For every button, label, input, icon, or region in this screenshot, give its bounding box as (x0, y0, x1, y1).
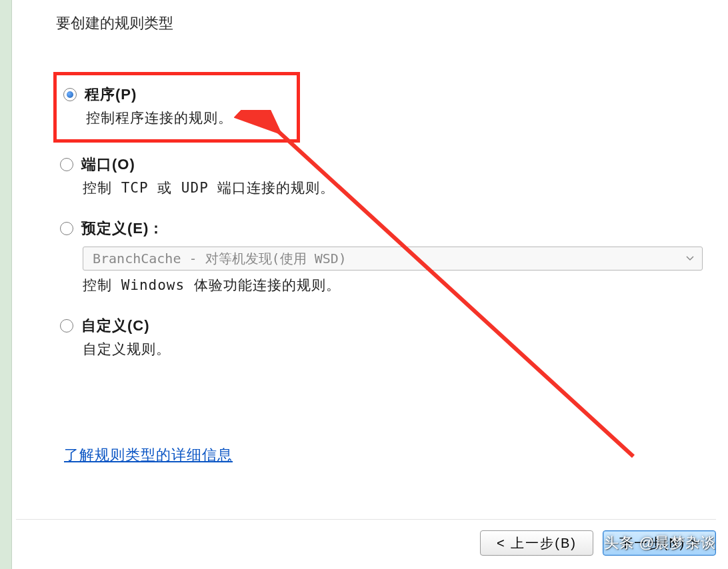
next-button[interactable]: 下一步(N) > (603, 530, 716, 556)
chevron-down-icon (685, 253, 695, 264)
radio-program[interactable] (63, 88, 77, 101)
wizard-content: 要创建的规则类型 程序(P) 控制程序连接的规则。 端口(O) 控制 TCP 或… (53, 13, 715, 374)
option-program-desc: 控制程序连接的规则。 (86, 109, 290, 127)
wizard-button-bar: < 上一步(B) 下一步(N) > (16, 519, 716, 556)
predefined-dropdown-value: BranchCache - 对等机发现(使用 WSD) (93, 250, 347, 268)
option-predefined-desc: 控制 Windows 体验功能连接的规则。 (83, 276, 708, 294)
option-port-desc: 控制 TCP 或 UDP 端口连接的规则。 (83, 179, 708, 197)
option-predefined-title: 预定义(E)： (81, 219, 164, 239)
learn-more-link[interactable]: 了解规则类型的详细信息 (64, 445, 233, 465)
option-port[interactable]: 端口(O) 控制 TCP 或 UDP 端口连接的规则。 (53, 149, 715, 207)
rule-type-options: 程序(P) 控制程序连接的规则。 端口(O) 控制 TCP 或 UDP 端口连接… (53, 72, 715, 368)
option-custom[interactable]: 自定义(C) 自定义规则。 (53, 310, 715, 368)
option-program[interactable]: 程序(P) 控制程序连接的规则。 (53, 72, 300, 143)
page-heading: 要创建的规则类型 (56, 13, 715, 33)
option-program-title: 程序(P) (85, 85, 137, 105)
back-button[interactable]: < 上一步(B) (480, 530, 593, 556)
radio-predefined[interactable] (60, 222, 73, 235)
radio-custom[interactable] (60, 319, 73, 332)
option-custom-title: 自定义(C) (81, 316, 150, 336)
predefined-dropdown[interactable]: BranchCache - 对等机发现(使用 WSD) (83, 247, 703, 271)
wizard-sidebar-edge (0, 0, 12, 569)
option-custom-desc: 自定义规则。 (83, 340, 708, 358)
option-port-title: 端口(O) (81, 155, 135, 175)
radio-port[interactable] (60, 158, 73, 171)
option-predefined[interactable]: 预定义(E)： BranchCache - 对等机发现(使用 WSD) 控制 W… (53, 213, 715, 304)
